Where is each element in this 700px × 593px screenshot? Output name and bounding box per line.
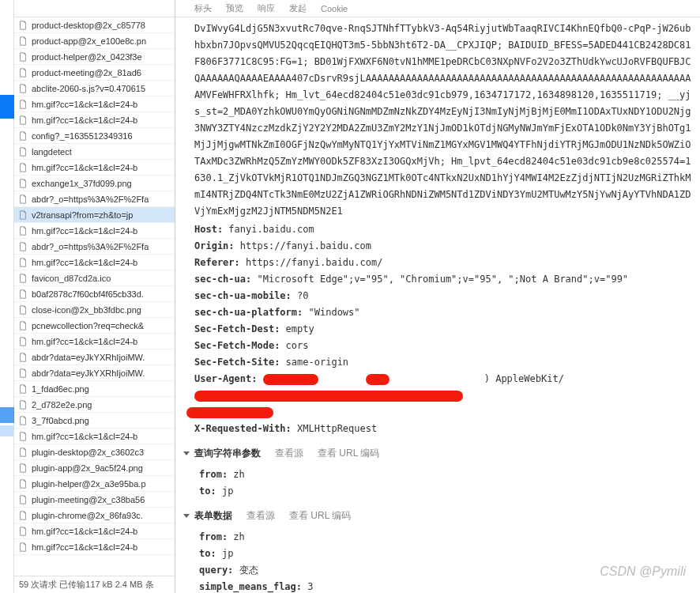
request-row[interactable]: 1_fdad6ec.png [14,381,175,397]
request-row[interactable]: abdr?data=eyJkYXRhIjoiMW. [14,365,175,381]
request-row[interactable]: b0af2878c7f60cbf4f65cb33d. [14,286,175,302]
request-row[interactable]: product-helper@2x_0423f3e [14,49,175,65]
request-row[interactable]: exchange1x_37fd099.png [14,176,175,191]
file-icon [17,447,28,458]
view-url-encoded-link[interactable]: 查看 URL 编码 [289,508,351,524]
form-data-section-head[interactable]: 表单数据 查看源 查看 URL 编码 [183,508,692,524]
request-row[interactable]: abdr?_o=https%3A%2F%2Ffa [14,239,175,255]
request-row[interactable]: product-desktop@2x_c85778 [14,17,175,33]
request-label: plugin-meeting@2x_c38ba56 [32,495,145,504]
file-icon [17,526,28,537]
request-label: hm.gif?cc=1&ck=1&cl=24-b [32,226,137,236]
header-row: sec-ch-ua-mobile: ?0 [194,288,692,304]
details-tab[interactable]: 预览 [226,2,243,14]
request-label: v2transapi?from=zh&to=jp [32,210,133,220]
file-icon [17,415,28,426]
request-row[interactable]: hm.gif?cc=1&ck=1&cl=24-b [14,523,175,539]
request-row[interactable]: hm.gif?cc=1&ck=1&cl=24-b [14,160,175,176]
view-url-encoded-link[interactable]: 查看 URL 编码 [318,445,379,462]
request-label: b0af2878c7f60cbf4f65cb33d. [32,289,144,299]
request-label: 2_d782e2e.png [32,400,92,410]
request-row[interactable]: product-app@2x_e100e8c.pn [14,33,175,49]
file-icon [17,431,28,442]
details-tabs[interactable]: 标头预览响应发起Cookie [175,0,700,17]
request-row[interactable]: plugin-app@2x_9ac5f24.png [14,460,175,476]
request-row[interactable]: hm.gif?cc=1&ck=1&cl=24-b [14,539,175,555]
request-row[interactable]: abdr?_o=https%3A%2F%2Ffa [14,191,175,207]
request-label: config?_=1635512349316 [32,131,133,141]
request-list[interactable]: product-desktop@2x_c85778product-app@2x_… [14,17,175,576]
header-row: Sec-Fetch-Site: same-origin [194,354,692,371]
file-icon [17,289,28,300]
request-row[interactable]: hm.gif?cc=1&ck=1&cl=24-b [14,429,175,444]
request-row[interactable]: plugin-chrome@2x_86fa93c. [14,508,175,523]
request-row[interactable]: hm.gif?cc=1&ck=1&cl=24-b [14,96,175,112]
request-row[interactable]: abclite-2060-s.js?v=0.470615 [14,81,175,96]
request-label: plugin-helper@2x_a3e95ba.p [32,479,146,489]
request-row[interactable]: v2transapi?from=zh&to=jp [14,207,175,223]
request-row[interactable]: plugin-desktop@2x_c3602c3 [14,444,175,460]
file-icon [17,494,28,505]
request-label: pcnewcollection?req=check& [32,321,144,330]
request-row[interactable]: plugin-helper@2x_a3e95ba.p [14,476,175,492]
file-icon [17,368,28,379]
request-row[interactable]: favicon_d87cd2a.ico [14,270,175,286]
request-label: hm.gif?cc=1&ck=1&cl=24-b [32,432,137,441]
header-row: Sec-Fetch-Dest: empty [194,321,692,338]
request-label: product-app@2x_e100e8c.pn [32,36,146,46]
details-tab[interactable]: Cookie [321,4,348,13]
request-row[interactable]: pcnewcollection?req=check& [14,318,175,334]
request-row[interactable]: product-meeting@2x_81ad6 [14,65,175,81]
chevron-down-icon [183,514,190,518]
request-list-panel: product-desktop@2x_c85778product-app@2x_… [14,0,175,593]
file-icon [17,510,28,521]
request-label: hm.gif?cc=1&ck=1&cl=24-b [32,337,137,346]
file-icon [17,320,28,331]
request-row[interactable]: langdetect [14,144,175,160]
view-source-link[interactable]: 查看源 [275,445,303,462]
request-row[interactable]: hm.gif?cc=1&ck=1&cl=24-b [14,334,175,349]
file-icon [17,399,28,410]
file-icon [17,352,28,363]
file-icon [17,383,28,395]
request-row[interactable]: abdr?data=eyJkYXRhIjoiMW. [14,349,175,365]
request-row[interactable]: 2_d782e2e.png [14,397,175,413]
request-row[interactable]: config?_=1635512349316 [14,128,175,144]
details-tab[interactable]: 响应 [258,2,275,14]
request-label: hm.gif?cc=1&ck=1&cl=24-b [32,258,137,267]
request-label: hm.gif?cc=1&ck=1&cl=24-b [32,100,137,109]
request-row[interactable]: hm.gif?cc=1&ck=1&cl=24-b [14,112,175,128]
file-icon [17,542,28,553]
request-label: abdr?data=eyJkYXRhIjoiMW. [32,353,145,362]
details-tab[interactable]: 发起 [289,2,307,14]
header-row: User-Agent: ) AppleWebKit/ [194,371,692,404]
header-row: sec-ch-ua-platform: "Windows" [194,304,692,321]
file-icon [17,20,28,31]
query-string-section-head[interactable]: 查询字符串参数 查看源 查看 URL 编码 [183,445,692,462]
request-row[interactable]: hm.gif?cc=1&ck=1&cl=24-b [14,255,175,270]
details-tab[interactable]: 标头 [194,2,212,14]
param-row: to: jp [199,483,692,500]
view-source-link[interactable]: 查看源 [247,508,275,524]
status-bar: 59 次请求 已传输117 kB 2.4 MB 条 [14,576,175,593]
request-row[interactable]: hm.gif?cc=1&ck=1&cl=24-b [14,223,175,239]
request-row[interactable]: close-icon@2x_bb3fdbc.png [14,302,175,318]
blue-side-strip [0,0,14,593]
param-row: from: zh [199,529,692,546]
file-icon [17,257,28,268]
file-icon [17,210,28,221]
request-label: hm.gif?cc=1&ck=1&cl=24-b [32,527,137,536]
request-label: hm.gif?cc=1&ck=1&cl=24-b [32,115,137,125]
request-label: hm.gif?cc=1&ck=1&cl=24-b [32,163,137,172]
request-row[interactable]: plugin-meeting@2x_c38ba56 [14,492,175,508]
file-icon [17,273,28,284]
request-label: langdetect [32,147,72,157]
file-icon [17,463,28,474]
header-row-continuation [194,404,692,421]
request-label: product-desktop@2x_c85778 [32,21,145,30]
request-list-header [14,0,175,17]
file-icon [17,225,28,236]
request-label: abdr?_o=https%3A%2F%2Ffa [32,242,149,251]
details-body[interactable]: DvIWvyG4LdjG5N3xvutRc70qve-RnqSJTNhfTTyb… [175,17,700,593]
request-row[interactable]: 3_7f0abcd.png [14,413,175,429]
